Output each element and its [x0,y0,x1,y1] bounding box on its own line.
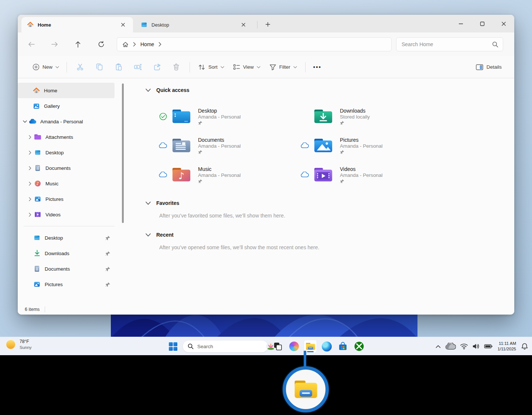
pin-icon [105,282,110,287]
sidebar-item-desktop[interactable]: Desktop [18,145,115,160]
chevron-right-icon[interactable] [26,135,34,139]
taskbar-search-box[interactable] [183,340,268,353]
chevron-down-icon[interactable] [21,120,29,123]
new-button[interactable]: New [29,61,63,73]
volume-icon[interactable] [471,340,481,353]
tile-subtitle: Amanda - Personal [340,143,383,149]
sidebar-item-home[interactable]: Home [18,83,115,98]
xbox-button[interactable] [352,340,366,353]
toolbar-separator [190,62,190,72]
item-count: 6 items [25,307,40,312]
clock[interactable]: 11:11 AM 1/11/2025 [496,341,518,352]
tile-subtitle: Amanda - Personal [340,172,383,178]
paste-button[interactable] [109,60,128,75]
tray-date: 1/11/2025 [498,346,516,352]
section-title: Quick access [156,87,190,93]
see-more-button[interactable]: ••• [309,60,325,75]
tile-name: Pictures [340,137,383,143]
chevron-down-icon [146,202,151,205]
cloud-status-icon [301,171,309,179]
address-bar[interactable]: Home [117,37,392,51]
pin-icon [105,251,110,256]
quick-access-header[interactable]: Quick access [146,86,514,95]
search-box [396,37,503,51]
wifi-icon[interactable] [459,340,469,353]
hidden-icons-chevron[interactable] [435,340,441,353]
sidebar-pinned-documents[interactable]: Documents [18,261,115,277]
delete-button[interactable] [167,60,186,75]
forward-button[interactable] [47,37,62,52]
sidebar-item-attachments[interactable]: Attachments [18,129,115,145]
task-view-button[interactable] [271,340,284,353]
cut-button[interactable] [71,60,90,75]
tile-videos[interactable]: Videos Amanda - Personal [301,165,443,185]
favorites-empty-text: After you’ve favorited some files, we’ll… [159,213,514,219]
up-button[interactable] [70,37,86,52]
search-icon[interactable] [492,41,498,48]
recent-header[interactable]: Recent [146,230,514,239]
chevron-down-icon [293,66,297,68]
tab-close-icon[interactable] [239,20,248,30]
view-button[interactable]: View [229,61,265,73]
breadcrumb-chevron-icon[interactable] [133,42,136,47]
tile-desktop[interactable]: Desktop Amanda - Personal [159,106,301,126]
desktop-folder-icon [171,108,191,125]
share-button[interactable] [147,60,167,75]
tile-pictures[interactable]: Pictures Amanda - Personal [301,136,443,155]
taskbar-weather-widget[interactable]: 78°F Sunny [5,339,32,350]
edge-button[interactable] [320,340,333,353]
tile-documents[interactable]: Documents Amanda - Personal [159,136,301,155]
new-button-label: New [42,64,52,70]
sidebar-divider [24,226,115,226]
back-button[interactable] [24,37,39,52]
sidebar-item-pictures[interactable]: Pictures [18,191,115,207]
videos-folder-icon [313,166,333,183]
tile-music[interactable]: ♪ Music Amanda - Personal [159,165,301,185]
filter-button[interactable]: Filter [265,61,301,73]
breadcrumb[interactable]: Home [140,41,154,47]
chevron-down-icon [221,66,224,68]
sidebar-item-gallery[interactable]: Gallery [18,98,115,114]
onedrive-tray-icon[interactable] [444,340,457,353]
tab-home[interactable]: Home [21,17,133,32]
copy-button[interactable] [90,60,109,75]
sidebar-item-music[interactable]: ♪ Music [18,176,115,191]
chevron-right-icon[interactable] [26,182,34,186]
sidebar-pinned-desktop[interactable]: Desktop [18,230,115,246]
maximize-button[interactable] [471,15,493,32]
close-button[interactable] [493,15,514,32]
tile-downloads[interactable]: Downloads Stored locally [301,106,443,126]
sort-button[interactable]: Sort [194,61,229,73]
store-icon [338,342,348,351]
notifications-bell-icon[interactable] [520,340,529,353]
rename-button[interactable] [128,60,147,75]
file-explorer-icon [293,379,318,400]
taskbar-center [166,337,366,356]
taskbar-search-input[interactable] [197,343,263,350]
store-button[interactable] [336,340,349,353]
sidebar-pinned-downloads[interactable]: Downloads [18,246,115,261]
tab-desktop[interactable]: Desktop [135,17,253,32]
chevron-right-icon[interactable] [26,151,34,155]
battery-icon[interactable] [483,340,494,353]
music-folder-icon: ♪ [171,166,191,183]
tab-close-icon[interactable] [118,20,128,30]
breadcrumb-chevron-icon[interactable] [158,42,161,47]
breadcrumb-home-icon[interactable] [122,41,129,48]
sidebar-pinned-pictures[interactable]: Pictures [18,277,115,292]
sidebar-scrollbar[interactable] [122,83,124,223]
refresh-button[interactable] [93,37,109,52]
chevron-right-icon[interactable] [26,166,34,170]
chevron-right-icon[interactable] [26,213,34,217]
sidebar-item-videos[interactable]: Videos [18,207,115,222]
new-tab-button[interactable] [262,19,274,30]
start-button[interactable] [166,340,180,353]
sidebar-item-documents[interactable]: Documents [18,160,115,176]
search-input[interactable] [401,41,492,48]
chevron-right-icon[interactable] [26,197,34,201]
favorites-header[interactable]: Favorites [146,199,514,208]
sidebar-item-onedrive[interactable]: Amanda - Personal [18,114,115,129]
copilot-button[interactable] [287,340,301,353]
minimize-button[interactable] [450,15,471,32]
details-button[interactable]: Details [471,61,506,73]
